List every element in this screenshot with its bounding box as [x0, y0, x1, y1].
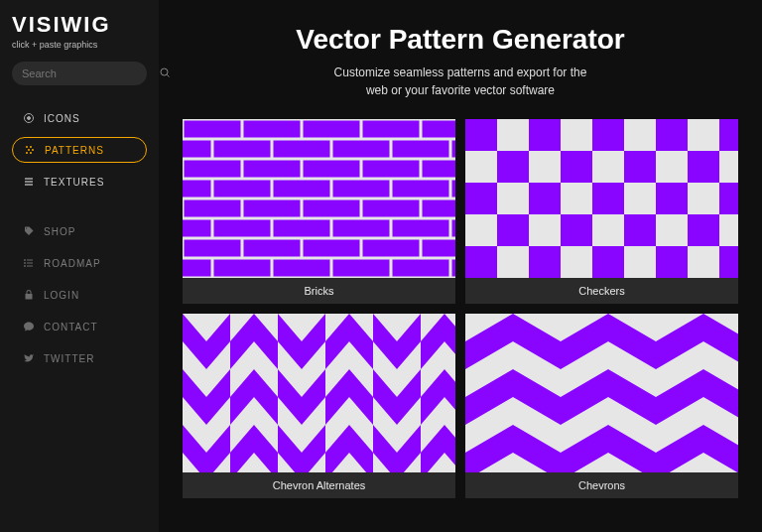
pattern-card-chevron-alternates[interactable]: Chevron Alternates — [183, 314, 455, 498]
svg-point-16 — [25, 260, 26, 261]
sidebar-item-roadmap[interactable]: ROADMAP — [12, 250, 147, 276]
pattern-card-bricks[interactable]: Bricks — [183, 119, 455, 304]
sidebar-item-label: CONTACT — [44, 322, 98, 332]
tag-icon — [22, 225, 36, 237]
texture-bars-icon — [22, 176, 36, 188]
sidebar-item-label: LOGIN — [44, 290, 79, 301]
svg-point-8 — [26, 152, 28, 154]
circle-target-icon — [22, 112, 36, 124]
svg-point-4 — [26, 146, 28, 148]
sidebar-item-twitter[interactable]: TWITTER — [12, 345, 147, 371]
pattern-preview — [465, 314, 738, 472]
pattern-caption: Chevrons — [465, 472, 738, 498]
sidebar-item-label: ROADMAP — [44, 258, 101, 269]
nav-primary: ICONS PATTERNS TEXTURES — [12, 105, 147, 195]
sidebar-item-label: TWITTER — [44, 353, 94, 364]
pattern-grid: Bricks Checkers Chevron Alternates Chevr… — [183, 119, 738, 498]
pattern-caption: Bricks — [183, 278, 455, 304]
sidebar-item-textures[interactable]: TEXTURES — [12, 169, 147, 195]
pattern-preview — [183, 314, 455, 472]
list-icon — [22, 257, 36, 269]
svg-point-17 — [25, 263, 26, 264]
sidebar-item-login[interactable]: LOGIN — [12, 282, 147, 308]
search-input[interactable] — [22, 67, 159, 79]
brand-name[interactable]: VISIWIG — [12, 12, 147, 38]
main-content: Vector Pattern Generator Customize seaml… — [159, 0, 762, 532]
sidebar-item-icons[interactable]: ICONS — [12, 105, 147, 131]
pattern-preview — [183, 119, 455, 278]
nav-secondary: SHOP ROADMAP LOGIN CONTACT TWITTER — [12, 218, 147, 371]
pattern-card-checkers[interactable]: Checkers — [465, 119, 738, 304]
brand-tagline: click + paste graphics — [12, 40, 147, 50]
sidebar-item-shop[interactable]: SHOP — [12, 218, 147, 244]
svg-point-7 — [32, 149, 34, 151]
search-input-container[interactable] — [12, 62, 147, 85]
svg-point-9 — [30, 152, 32, 154]
sidebar-item-patterns[interactable]: PATTERNS — [12, 137, 147, 163]
svg-point-5 — [30, 146, 32, 148]
pattern-caption: Chevron Alternates — [183, 472, 455, 498]
sidebar-item-label: SHOP — [44, 226, 75, 237]
sidebar-item-label: PATTERNS — [45, 145, 104, 156]
page-subtitle: Customize seamless patterns and export f… — [183, 64, 738, 99]
page-title: Vector Pattern Generator — [183, 24, 738, 56]
svg-point-18 — [25, 266, 26, 267]
pattern-card-chevrons[interactable]: Chevrons — [465, 314, 738, 498]
sidebar-item-label: ICONS — [44, 113, 80, 124]
pattern-dots-icon — [23, 144, 37, 156]
twitter-icon — [22, 352, 36, 364]
pattern-preview — [465, 119, 738, 278]
sidebar-item-label: TEXTURES — [44, 177, 104, 188]
sidebar-item-contact[interactable]: CONTACT — [12, 314, 147, 339]
sidebar: VISIWIG click + paste graphics ICONS PAT… — [0, 0, 159, 532]
svg-point-3 — [28, 117, 31, 120]
svg-point-6 — [28, 149, 30, 151]
lock-icon — [22, 289, 36, 301]
pattern-caption: Checkers — [465, 278, 738, 304]
speech-bubble-icon — [22, 321, 36, 332]
